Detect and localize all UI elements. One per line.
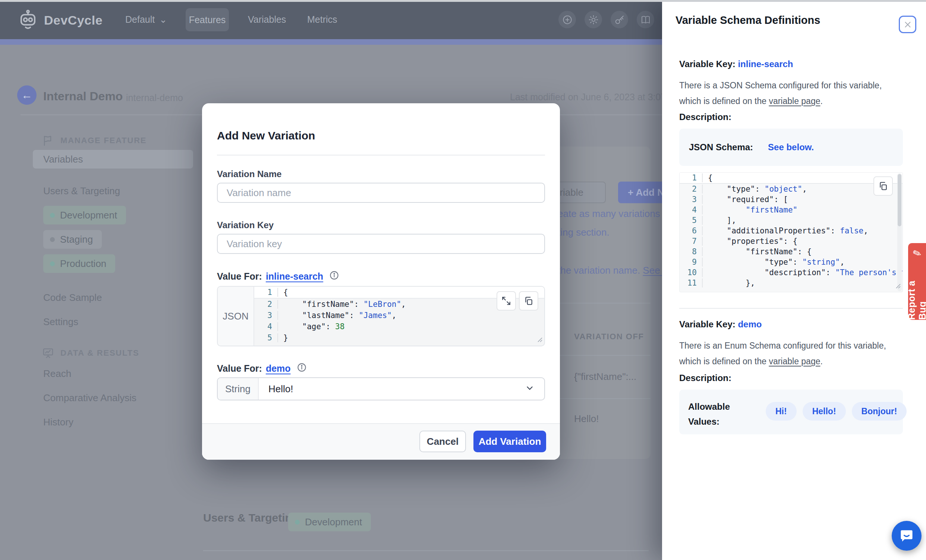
brand-name: DevCycle <box>44 13 103 27</box>
info-icon[interactable] <box>329 270 339 283</box>
status-dot <box>50 261 55 266</box>
sidebar-item-comparative-analysis[interactable]: Comparative Analysis <box>33 389 193 407</box>
scrollbar[interactable] <box>897 173 902 291</box>
panel-title: Variable Schema Definitions <box>675 14 820 26</box>
variable-key-link[interactable]: inline-search <box>738 59 793 69</box>
status-dot <box>295 520 300 525</box>
code-line: 1{ <box>679 173 903 184</box>
sidebar-env-pill-production[interactable]: Production <box>43 254 115 273</box>
project-dropdown[interactable]: Default⌄ <box>125 14 167 25</box>
schema-code-block[interactable]: 1{2 "type": "object",3 "required": [4 "f… <box>679 172 903 292</box>
back-button[interactable]: ← <box>17 85 36 105</box>
sidebar-item-history[interactable]: History <box>33 413 193 431</box>
chevron-down-icon: ⌄ <box>159 14 167 25</box>
flag-icon <box>42 134 54 147</box>
sidebar-item-variables[interactable]: Variables <box>33 150 193 168</box>
resize-handle-icon[interactable] <box>895 283 901 291</box>
last-modified-text: Last modified on June 6, 2023 at 3:07 P <box>510 92 675 103</box>
plus-circle-icon[interactable] <box>558 11 576 28</box>
key-icon[interactable] <box>611 11 628 28</box>
info-icon[interactable] <box>297 362 307 375</box>
book-icon[interactable] <box>637 11 654 28</box>
variable-page-link[interactable]: variable page <box>769 356 820 366</box>
variable-page-link[interactable]: variable page <box>769 96 820 106</box>
code-line: 4 "firstName" <box>679 205 903 215</box>
window-edge-strip <box>0 0 926 2</box>
modal-divider <box>217 155 545 156</box>
chat-widget-button[interactable] <box>892 521 921 551</box>
code-line: 11 }, <box>679 278 903 288</box>
pencil-icon: ✎ <box>911 247 923 260</box>
sidebar-item-settings[interactable]: Settings <box>33 312 193 331</box>
code-line: 5 ], <box>679 215 903 226</box>
nav-tab-variables[interactable]: Variables <box>248 14 286 25</box>
table-divider <box>558 398 651 399</box>
see-below-link[interactable]: See below. <box>768 142 814 153</box>
status-dot <box>50 237 55 242</box>
description-label: Description: <box>679 373 731 383</box>
variation-key-label: Variation Key <box>217 220 274 230</box>
demo-link[interactable]: demo <box>266 363 291 374</box>
code-line: 3 "lastName": "James", <box>254 310 544 321</box>
schema-paragraph: There is a JSON Schema configured for th… <box>679 77 882 109</box>
resize-handle-icon[interactable] <box>537 337 543 344</box>
nav-tab-metrics[interactable]: Metrics <box>307 14 337 25</box>
add-variation-button[interactable]: Add Variation <box>474 431 546 452</box>
panel-divider <box>679 308 903 309</box>
variation-key-input[interactable]: Variation key <box>217 234 545 254</box>
json-schema-callout: JSON Schema: See below. <box>679 129 903 166</box>
allowable-value-pill[interactable]: Bonjour! <box>852 402 907 421</box>
code-line: 9 "type": "string", <box>679 257 903 267</box>
copy-icon[interactable] <box>873 176 893 196</box>
card-description-line: ting section. <box>558 227 610 238</box>
gear-icon[interactable] <box>584 11 602 28</box>
allowable-values-label: Allowable Values: <box>688 399 730 429</box>
status-dot <box>50 213 55 218</box>
variation-name-input[interactable]: Variation name <box>217 183 545 203</box>
expand-editor-button[interactable] <box>496 291 516 310</box>
sidebar-env-pill-development[interactable]: Development <box>43 206 126 224</box>
variable-key-link[interactable]: demo <box>738 319 762 329</box>
feature-key: internal-demo <box>126 92 183 103</box>
string-value-select[interactable]: String Hello! <box>217 377 545 400</box>
report-bug-label: Report a Bug <box>906 263 926 320</box>
code-line: 5} <box>254 332 544 344</box>
variable-key-row: Variable Key: inline-search <box>679 59 793 70</box>
json-value-editor[interactable]: JSON 1{2 "firstName": "LeBron",3 "lastNa… <box>217 286 545 347</box>
close-panel-button[interactable] <box>899 16 916 33</box>
table-divider <box>558 355 651 356</box>
sidebar-item-users-targeting[interactable]: Users & Targeting <box>33 182 193 200</box>
code-line: 3 "required": [ <box>679 194 903 205</box>
table-column-header: VARIATION OFF <box>574 332 644 342</box>
users-targeting-heading: Users & Targeting <box>203 512 299 524</box>
card-divider <box>558 303 651 303</box>
code-line: 6 "additionalProperties": false, <box>679 226 903 236</box>
value-for-json-row: Value For: inline-search <box>217 270 339 283</box>
modal-title: Add New Variation <box>217 129 315 142</box>
code-line: 8 "firstName": { <box>679 247 903 257</box>
inline-search-link[interactable]: inline-search <box>266 271 323 282</box>
nav-tab-features[interactable]: Features <box>186 8 229 31</box>
cancel-button[interactable]: Cancel <box>419 431 466 452</box>
allowable-value-pill[interactable]: Hello! <box>803 402 846 421</box>
feature-title: Internal Demo <box>43 89 123 103</box>
allowable-value-pill[interactable]: Hi! <box>766 402 797 421</box>
copy-icon[interactable] <box>519 291 538 310</box>
section-divider <box>203 550 649 551</box>
sidebar-section-manage-feature: MANAGE FEATURE <box>42 131 147 150</box>
add-variation-modal: Add New Variation Variation Name Variati… <box>202 103 560 460</box>
description-label: Description: <box>679 112 731 122</box>
card-description-line: eate as many variations an <box>558 208 673 219</box>
selected-value: Hello! <box>259 383 525 395</box>
sidebar-section-data-results: DATA & RESULTS <box>42 344 139 362</box>
code-line: 10 "description": "The person's fi" <box>679 267 903 278</box>
report-bug-ribbon[interactable]: ✎ Report a Bug <box>908 243 926 320</box>
devcycle-logo-icon <box>17 9 39 32</box>
sidebar-item-reach[interactable]: Reach <box>33 364 193 383</box>
select-type-label: String <box>218 378 259 400</box>
sidebar-item-code-sample[interactable]: Code Sample <box>33 288 193 307</box>
code-line: 7 "properties": { <box>679 236 903 247</box>
editor-type-label: JSON <box>218 287 254 346</box>
sidebar-env-pill-staging[interactable]: Staging <box>43 230 102 249</box>
variable-key-row: Variable Key: demo <box>679 319 762 330</box>
